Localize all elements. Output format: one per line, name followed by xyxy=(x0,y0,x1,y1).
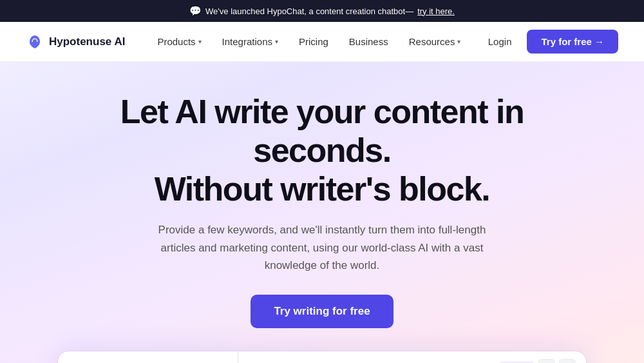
chevron-down-icon: ▾ xyxy=(457,38,460,45)
hero-cta-button[interactable]: Try writing for free xyxy=(251,295,393,328)
app-preview: Using Bullet Points for Maximum Impact ✓… xyxy=(58,351,586,363)
try-free-button[interactable]: Try for free → xyxy=(527,30,618,54)
preview-editor-panel: ⤴ Share A + B I U H1 H2 H3 xyxy=(238,351,586,363)
nav-links: Products ▾ Integrations ▾ Pricing Busine… xyxy=(148,32,477,51)
nav-item-pricing[interactable]: Pricing xyxy=(290,32,337,51)
nav-item-business[interactable]: Business xyxy=(340,32,397,51)
editor-actions: ⤴ Share A + xyxy=(499,359,576,363)
navbar: Hypotenuse AI Products ▾ Integrations ▾ … xyxy=(0,22,644,62)
logo-icon xyxy=(26,33,44,51)
preview-left-panel: Using Bullet Points for Maximum Impact ✓… xyxy=(58,351,238,363)
hero-section: Let AI write your content in seconds. Wi… xyxy=(0,62,644,363)
plus-button[interactable]: + xyxy=(559,359,576,363)
nav-item-products[interactable]: Products ▾ xyxy=(148,32,210,51)
chevron-down-icon: ▾ xyxy=(198,38,202,45)
chevron-down-icon: ▾ xyxy=(275,38,278,45)
login-button[interactable]: Login xyxy=(478,32,522,51)
announcement-text: We've launched HypoChat, a content creat… xyxy=(205,6,413,16)
hero-title: Let AI write your content in seconds. Wi… xyxy=(71,93,573,208)
chat-icon: 💬 xyxy=(189,5,202,17)
nav-right: Login Try for free → xyxy=(478,30,618,54)
logo[interactable]: Hypotenuse AI xyxy=(26,33,125,51)
translate-button[interactable]: A xyxy=(538,359,555,363)
announcement-link[interactable]: try it here. xyxy=(417,6,455,16)
announcement-bar: 💬 We've launched HypoChat, a content cre… xyxy=(0,0,644,22)
logo-text: Hypotenuse AI xyxy=(49,35,125,48)
hero-subtitle: Provide a few keywords, and we'll instan… xyxy=(142,221,502,274)
nav-item-resources[interactable]: Resources ▾ xyxy=(400,32,470,51)
editor-toolbar-top: ⤴ Share A + xyxy=(249,359,576,363)
nav-item-integrations[interactable]: Integrations ▾ xyxy=(213,32,287,51)
